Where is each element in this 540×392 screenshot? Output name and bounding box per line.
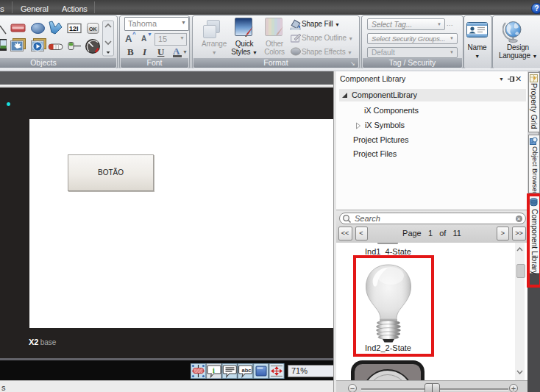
svg-text:i: i xyxy=(213,366,215,374)
svg-text:12I: 12I xyxy=(69,25,79,32)
svg-text:OK: OK xyxy=(89,26,97,32)
svg-text:abc: abc xyxy=(242,366,252,373)
